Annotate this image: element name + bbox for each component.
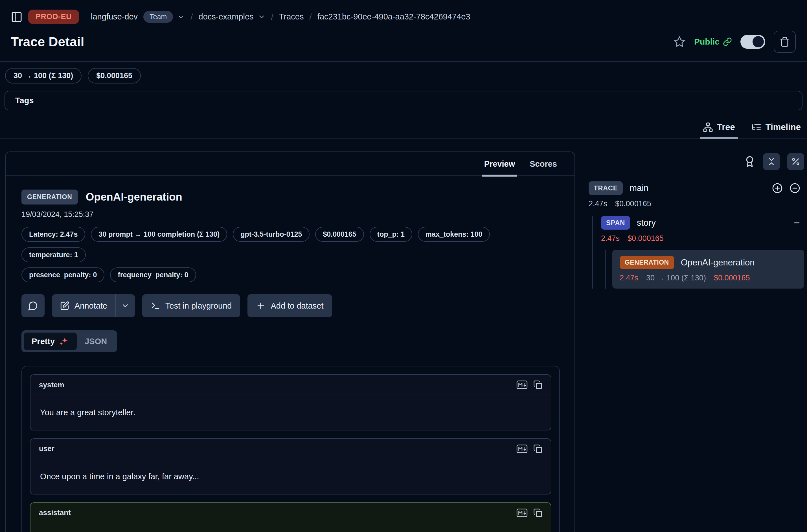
sidebar-toggle-button[interactable]: [11, 11, 23, 23]
message-content: Once upon a time in a galaxy far, far aw…: [31, 459, 551, 494]
tree-node-trace[interactable]: TRACE main: [588, 182, 804, 195]
tree-zoom-controls: [771, 182, 804, 194]
panel-left-icon: [11, 11, 23, 23]
model-chip[interactable]: gpt-3.5-turbo-0125: [233, 227, 309, 242]
markdown-toggle-button[interactable]: [517, 380, 528, 390]
cost-chip[interactable]: $0.000165: [315, 227, 364, 242]
tree-toolbar: [588, 153, 804, 170]
token-usage-pill[interactable]: 30 → 100 (Σ 130): [5, 68, 81, 83]
temperature-chip[interactable]: temperature: 1: [21, 247, 86, 262]
public-toggle[interactable]: [740, 35, 765, 49]
sparkles-icon: [59, 336, 69, 346]
token-usage-chip[interactable]: 30 prompt → 100 completion (Σ 130): [91, 227, 227, 242]
span-children: GENERATION OpenAI-generation 2.47s 30 → …: [605, 250, 804, 289]
observation-type-badge: GENERATION: [21, 190, 78, 205]
org-switcher-chevron-icon[interactable]: [177, 13, 185, 21]
tab-preview[interactable]: Preview: [484, 159, 515, 169]
generation-metrics: 2.47s 30 → 100 (Σ 130) $0.000165: [620, 273, 797, 282]
markdown-toggle-button[interactable]: [517, 444, 528, 454]
pretty-label: Pretty: [32, 337, 55, 346]
environment-badge[interactable]: PROD-EU: [28, 10, 79, 24]
observation-actions: Annotate Test in playgroun: [21, 294, 560, 317]
test-in-playground-button[interactable]: Test in playground: [142, 294, 240, 317]
max-tokens-chip[interactable]: max_tokens: 100: [418, 227, 490, 242]
copy-button[interactable]: [533, 508, 542, 517]
top-p-chip[interactable]: top_p: 1: [370, 227, 412, 242]
observation-header: GENERATION OpenAI-generation: [21, 190, 560, 205]
title-row: Trace Detail Public: [11, 31, 796, 53]
markdown-icon: [517, 444, 528, 454]
cost-pill[interactable]: $0.000165: [88, 68, 141, 83]
messages-container: system: [21, 366, 560, 532]
collapse-node-button[interactable]: [789, 182, 801, 194]
expand-all-button[interactable]: [771, 182, 783, 194]
trace-metrics: 2.47s $0.000165: [588, 200, 804, 208]
timeline-icon: [751, 122, 762, 132]
collapse-span-button[interactable]: [792, 218, 804, 227]
minus-icon: [792, 218, 801, 227]
comment-button[interactable]: [21, 294, 44, 317]
observation-preview-panel: Preview Scores GENERATION OpenAI-generat…: [5, 151, 575, 532]
org-plan-chip: Team: [143, 11, 173, 23]
observation-detail: GENERATION OpenAI-generation 19/03/2024,…: [6, 176, 575, 532]
breadcrumb-trace-id: fac231bc-90ee-490a-aa32-78c4269474e3: [317, 12, 470, 21]
generation-latency: 2.47s: [620, 273, 638, 282]
trace-badge: TRACE: [588, 182, 623, 195]
observation-name: OpenAI-generation: [86, 191, 182, 203]
tab-scores[interactable]: Scores: [530, 159, 557, 169]
collapse-all-button[interactable]: [763, 153, 780, 170]
show-percentages-button[interactable]: [787, 153, 804, 170]
percent-icon: [791, 157, 801, 167]
pretty-toggle-button[interactable]: Pretty: [24, 332, 77, 350]
latency-chip[interactable]: Latency: 2.47s: [21, 227, 85, 242]
public-link[interactable]: Public: [694, 37, 732, 46]
trace-detail-page: PROD-EU langfuse-dev Team / docs-example…: [0, 0, 807, 532]
annotate-dropdown-button[interactable]: [116, 294, 135, 317]
tags-container[interactable]: Tags: [4, 91, 803, 110]
message-tools: [517, 380, 542, 390]
annotate-button[interactable]: Annotate: [52, 294, 115, 317]
message-tools: [517, 444, 542, 454]
presence-penalty-chip[interactable]: presence_penalty: 0: [21, 267, 105, 282]
breadcrumb-project[interactable]: docs-examples: [199, 12, 254, 21]
plus-circle-icon: [771, 182, 783, 194]
copy-button[interactable]: [533, 380, 542, 389]
message-content: There existed a majestic planet called L…: [31, 523, 551, 532]
tab-tree[interactable]: Tree: [703, 122, 735, 132]
message-tools: [517, 508, 542, 518]
message-header: system: [31, 375, 551, 395]
format-toggle: Pretty JSON: [21, 330, 117, 352]
copy-button[interactable]: [533, 444, 542, 453]
frequency-penalty-chip[interactable]: frequency_penalty: 0: [110, 267, 196, 282]
generation-badge: GENERATION: [620, 256, 674, 269]
annotate-split-button: Annotate: [52, 294, 135, 317]
breadcrumb-org[interactable]: langfuse-dev: [91, 12, 138, 21]
trace-cost: $0.000165: [615, 200, 651, 208]
markdown-icon: [517, 380, 528, 390]
copy-icon: [533, 508, 542, 517]
copy-icon: [533, 380, 542, 389]
plus-icon: [256, 301, 265, 310]
copy-icon: [533, 444, 542, 453]
trace-summary-row: 30 → 100 (Σ 130) $0.000165: [0, 62, 807, 83]
chevrons-collapse-icon: [767, 157, 776, 167]
trace-tree-panel: TRACE main 2.47s: [588, 151, 807, 289]
title-actions: Public: [673, 31, 796, 53]
json-toggle-button[interactable]: JSON: [77, 333, 115, 350]
span-metrics: 2.47s $0.000165: [601, 234, 804, 243]
project-switcher-chevron-icon[interactable]: [258, 13, 265, 21]
add-to-dataset-button[interactable]: Add to dataset: [247, 294, 332, 317]
trace-children: SPAN story 2.47s $0.000165: [592, 216, 804, 289]
markdown-toggle-button[interactable]: [517, 508, 528, 518]
breadcrumb: PROD-EU langfuse-dev Team / docs-example…: [11, 10, 796, 24]
scores-award-button[interactable]: [744, 156, 756, 168]
delete-trace-button[interactable]: [774, 31, 796, 53]
breadcrumb-divider: [85, 11, 85, 23]
trace-name: main: [630, 183, 649, 193]
tab-timeline[interactable]: Timeline: [751, 122, 801, 132]
breadcrumb-traces[interactable]: Traces: [279, 12, 304, 21]
tree-node-span[interactable]: SPAN story: [601, 216, 804, 230]
comment-icon: [28, 301, 38, 311]
tree-node-generation-selected[interactable]: GENERATION OpenAI-generation 2.47s 30 → …: [612, 250, 804, 289]
bookmark-star-button[interactable]: [673, 36, 686, 48]
